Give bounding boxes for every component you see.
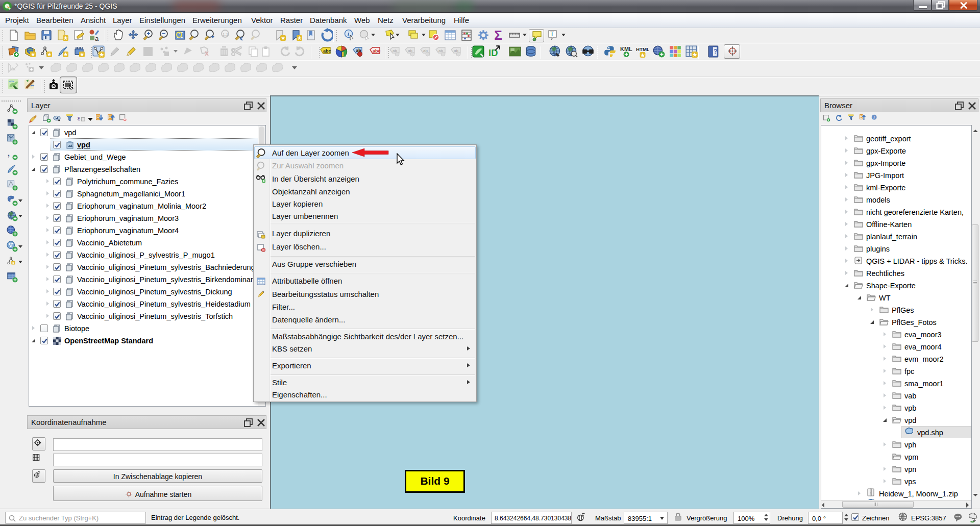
svg-text:?: ? (714, 48, 717, 55)
svg-text:HTML: HTML (636, 46, 649, 52)
svg-text:T: T (550, 31, 554, 38)
svg-text:,: , (8, 149, 10, 158)
svg-text:ε: ε (78, 115, 81, 122)
svg-text:KML: KML (620, 46, 632, 52)
svg-text:1:1: 1:1 (223, 32, 229, 37)
svg-text:a: a (95, 35, 99, 41)
svg-text:abc: abc (373, 48, 381, 54)
svg-text:o: o (53, 85, 54, 88)
svg-text:abc: abc (323, 48, 331, 54)
svg-text:Σ: Σ (494, 28, 502, 41)
